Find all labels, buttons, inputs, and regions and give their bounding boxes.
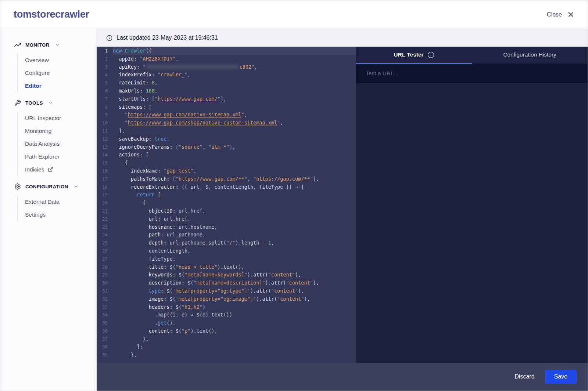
code-editor[interactable]: 1new Crawler({2 appId: "AH2Z8XTDJY",3 ap… bbox=[97, 47, 356, 363]
sidebar-item-path-explorer[interactable]: Path Explorer bbox=[25, 150, 96, 163]
line-number: 8 bbox=[97, 103, 113, 111]
line-number: 37 bbox=[97, 335, 113, 343]
save-button[interactable]: Save bbox=[545, 370, 577, 384]
content-area: 1new Crawler({2 appId: "AH2Z8XTDJY",3 ap… bbox=[97, 47, 588, 363]
tab-configuration-history-label: Configuration History bbox=[503, 51, 556, 58]
code-line: 2 appId: "AH2Z8XTDJY", bbox=[97, 55, 356, 63]
line-number: 36 bbox=[97, 327, 113, 335]
code-line: 34 .map((i, e) ⇒ $(e).text()) bbox=[97, 311, 356, 319]
line-number: 32 bbox=[97, 295, 113, 303]
sidebar-section-monitor-header[interactable]: MONITOR bbox=[14, 41, 96, 48]
line-number: 21 bbox=[97, 207, 113, 215]
sidebar-item-external-data[interactable]: External Data bbox=[25, 195, 96, 208]
code-line: 21 objectID: url.href, bbox=[97, 207, 356, 215]
tab-url-tester[interactable]: URL Tester bbox=[356, 47, 472, 64]
code-line: 8 sitemaps: [ bbox=[97, 103, 356, 111]
sidebar-section-tools-items: URL Inspector Monitoring Data Analysis P… bbox=[17, 112, 96, 176]
code-line: 38 ]; bbox=[97, 343, 356, 351]
code-line-content: contentLength, bbox=[113, 247, 356, 255]
code-line: 12 saveBackup: true, bbox=[97, 135, 356, 143]
code-line: 17 pathsToMatch: ["https://www.gap.com/*… bbox=[97, 175, 356, 183]
sidebar-item-indicies[interactable]: Indicies bbox=[25, 163, 96, 176]
close-button[interactable]: Close bbox=[547, 11, 574, 18]
code-line-content: recordExtractor: ({ url, $, contentLengt… bbox=[113, 183, 356, 191]
tab-url-tester-label: URL Tester bbox=[394, 51, 423, 58]
line-number: 6 bbox=[97, 87, 113, 95]
line-number: 39 bbox=[97, 351, 113, 359]
code-line-content: }, bbox=[113, 351, 356, 359]
code-line-content: keywords: $("meta[name=keywords]").attr(… bbox=[113, 271, 356, 279]
code-line-content: apiKey: "c802", bbox=[113, 63, 356, 71]
code-line-content: actions: [ bbox=[113, 151, 356, 159]
url-tester-panel: URL Tester Configuration History bbox=[356, 47, 588, 363]
code-line: 14 actions: [ bbox=[97, 151, 356, 159]
code-line: 3 apiKey: "c802", bbox=[97, 63, 356, 71]
code-line: 29 keywords: $("meta[name=keywords]").at… bbox=[97, 271, 356, 279]
code-line: 33 headers: $("h1,h2") bbox=[97, 303, 356, 311]
sidebar-item-monitoring[interactable]: Monitoring bbox=[25, 124, 96, 137]
sidebar-item-data-analysis[interactable]: Data Analysis bbox=[25, 137, 96, 150]
code-line-content: rateLimit: 8, bbox=[113, 79, 356, 87]
code-line-content: indexName: "gap_test", bbox=[113, 167, 356, 175]
code-line-content: indexPrefix: "crawler_", bbox=[113, 71, 356, 79]
line-number: 18 bbox=[97, 183, 113, 191]
line-number: 29 bbox=[97, 271, 113, 279]
sidebar-item-editor[interactable]: Editor bbox=[25, 79, 96, 92]
info-icon bbox=[106, 35, 112, 41]
sidebar-section-configuration-items: External Data Settings bbox=[17, 195, 96, 221]
test-url-input[interactable] bbox=[356, 64, 588, 83]
line-number: 11 bbox=[97, 127, 113, 135]
code-line-content: type: $('meta[property="og:type"]').attr… bbox=[113, 287, 356, 295]
discard-button[interactable]: Discard bbox=[514, 373, 534, 380]
code-line-content: "https://www.gap.com/native-sitemap.xml"… bbox=[113, 111, 356, 119]
line-number: 3 bbox=[97, 63, 113, 71]
code-line: 16 indexName: "gap_test", bbox=[97, 167, 356, 175]
sidebar-item-label: Data Analysis bbox=[25, 141, 60, 147]
code-line: 24 path: url.pathname, bbox=[97, 231, 356, 239]
code-line: 5 rateLimit: 8, bbox=[97, 79, 356, 87]
code-line-content: fileType, bbox=[113, 255, 356, 263]
code-line-content: objectID: url.href, bbox=[113, 207, 356, 215]
code-line: 7 startUrls: ["https://www.gap.com/"], bbox=[97, 95, 356, 103]
sidebar-item-configure[interactable]: Configure bbox=[25, 66, 96, 79]
sidebar-item-settings[interactable]: Settings bbox=[25, 208, 96, 221]
external-link-icon bbox=[48, 167, 53, 172]
line-number: 16 bbox=[97, 167, 113, 175]
line-number: 22 bbox=[97, 215, 113, 223]
code-line: 6 maxUrls: 100, bbox=[97, 87, 356, 95]
gear-icon bbox=[14, 183, 21, 190]
code-line: 19 return [ bbox=[97, 191, 356, 199]
line-number: 12 bbox=[97, 135, 113, 143]
sidebar-item-label: Overview bbox=[25, 57, 49, 64]
line-number: 28 bbox=[97, 263, 113, 271]
line-number: 23 bbox=[97, 223, 113, 231]
sidebar-item-label: Indicies bbox=[25, 166, 44, 173]
code-line-content: ]; bbox=[113, 343, 356, 351]
line-number: 34 bbox=[97, 311, 113, 319]
status-bar: Last updated 23-May-2023 at 19:46:31 bbox=[97, 29, 588, 47]
sidebar-section-tools-header[interactable]: TOOLS bbox=[14, 99, 96, 106]
line-number: 25 bbox=[97, 239, 113, 247]
code-line: 11 ], bbox=[97, 127, 356, 135]
code-line-content: "https://www.gap.com/shop/native-custom-… bbox=[113, 119, 356, 127]
tab-configuration-history[interactable]: Configuration History bbox=[472, 47, 588, 64]
sidebar-item-label: Settings bbox=[25, 211, 46, 218]
redacted-api-key bbox=[146, 65, 239, 69]
code-line: 27 fileType, bbox=[97, 255, 356, 263]
sidebar: MONITOR Overview Configure Editor TOOLS bbox=[0, 29, 97, 391]
crawler-app-window: tomstorecrawler Close MONITOR bbox=[0, 0, 588, 391]
code-line: 18 recordExtractor: ({ url, $, contentLe… bbox=[97, 183, 356, 191]
code-line: 10 "https://www.gap.com/shop/native-cust… bbox=[97, 119, 356, 127]
code-line: 1new Crawler({ bbox=[97, 47, 356, 55]
code-line-content: content: $("p").text(), bbox=[113, 327, 356, 335]
code-line-content: url: url.href, bbox=[113, 215, 356, 223]
sidebar-item-label: Editor bbox=[25, 83, 42, 89]
code-line-content: hostname: url.hostname, bbox=[113, 223, 356, 231]
sidebar-section-configuration: CONFIGURATION External Data Settings bbox=[14, 183, 96, 221]
sidebar-item-url-inspector[interactable]: URL Inspector bbox=[25, 112, 96, 124]
sidebar-section-configuration-header[interactable]: CONFIGURATION bbox=[14, 183, 96, 190]
sidebar-item-overview[interactable]: Overview bbox=[25, 54, 96, 66]
code-line-content: }, bbox=[113, 335, 356, 343]
line-number: 19 bbox=[97, 191, 113, 199]
code-line: 32 image: $('meta[property="og:image"]')… bbox=[97, 295, 356, 303]
